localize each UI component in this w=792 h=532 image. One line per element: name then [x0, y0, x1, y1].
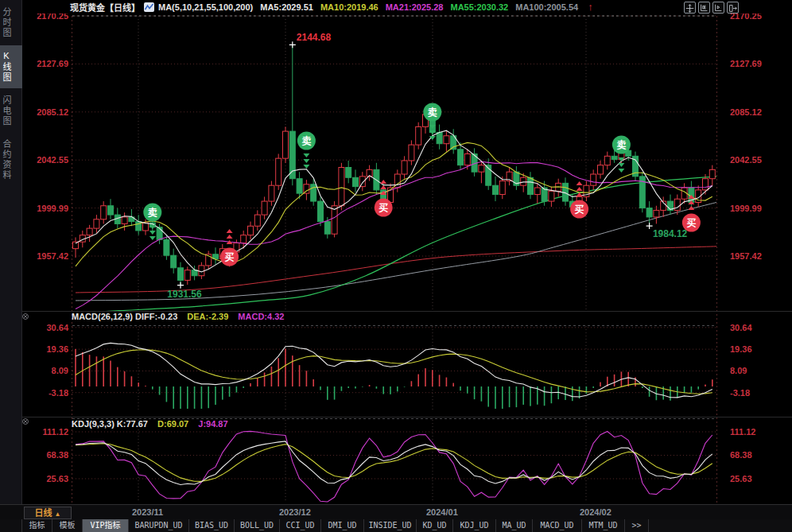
sidebar-tab-3[interactable]: 合约资料 — [0, 134, 22, 186]
svg-text:1957.42: 1957.42 — [37, 251, 68, 261]
svg-text:卖: 卖 — [428, 107, 437, 118]
svg-text:买: 买 — [686, 218, 696, 229]
macd-indicator-header[interactable]: MACD(26,12,9) DIFF:-0.23 DEA:-2.39 MACD:… — [72, 312, 284, 321]
kdj-j-value: J:94.87 — [198, 419, 227, 429]
axis-labels: 2170.252170.252127.692127.692085.122085.… — [37, 11, 762, 483]
chart-type-sidebar: 分时图K线图闪电图合约资料 — [0, 0, 22, 504]
indicator-tab-barupdnud[interactable]: BARUPDN_UD — [129, 519, 189, 532]
indicator-tab-kdud[interactable]: KD_UD — [417, 519, 453, 532]
svg-text:25.63: 25.63 — [730, 474, 752, 483]
svg-text:68.38: 68.38 — [46, 450, 68, 460]
chart-toolbar — [684, 2, 739, 14]
period-arrow-icon: ▲ — [55, 511, 61, 518]
indicator-tab-macdud[interactable]: MACD_UD — [533, 519, 582, 532]
line-chart-icon — [144, 2, 154, 12]
svg-text:25.63: 25.63 — [46, 474, 68, 483]
svg-text:111.12: 111.12 — [730, 427, 755, 437]
ma-legend: MA5:2029.51MA10:2019.46MA21:2025.28MA55:… — [253, 2, 578, 12]
time-axis: 日线 ▲ 2023/112023/122024/012024/02 — [0, 504, 792, 520]
svg-text:买: 买 — [379, 203, 388, 214]
kdj-panel — [76, 431, 712, 502]
indicator-tab-vip[interactable]: VIP指标 — [83, 519, 129, 532]
svg-text:1931.56: 1931.56 — [167, 289, 202, 300]
svg-text:买: 买 — [225, 252, 235, 263]
svg-text:19.36: 19.36 — [730, 344, 752, 354]
svg-text:1999.99: 1999.99 — [37, 204, 68, 213]
svg-text:2042.55: 2042.55 — [37, 155, 68, 165]
svg-text:2085.12: 2085.12 — [37, 107, 68, 117]
indicator-tab-dmiud[interactable]: DMI_UD — [321, 519, 364, 532]
ma-settings-label[interactable]: MA(5,10,21,55,100,200) — [158, 2, 253, 12]
svg-text:30.64: 30.64 — [46, 323, 68, 332]
indicator-tab-[interactable]: 指标 — [22, 519, 52, 532]
detach-window-icon[interactable] — [727, 2, 739, 14]
crosshair-icon[interactable] — [684, 2, 696, 14]
svg-text:2144.68: 2144.68 — [297, 32, 332, 43]
kdj-k-value: KDJ(9,3,3) K:77.67 — [72, 419, 148, 429]
price-panel — [73, 45, 717, 313]
period-selector[interactable]: 日线 ▲ — [24, 507, 72, 519]
time-axis-label: 2023/12 — [279, 507, 311, 517]
macd-diff-value: MACD(26,12,9) DIFF:-0.23 — [72, 312, 177, 321]
sidebar-tab-2[interactable]: 闪电图 — [0, 90, 22, 132]
time-axis-label: 2024/01 — [426, 507, 458, 517]
ma-legend-value: MA10:2019.46 — [320, 2, 379, 12]
indicator-tab-insideud[interactable]: INSIDE_UD — [364, 519, 417, 532]
svg-text:8.09: 8.09 — [52, 366, 68, 375]
svg-text:2127.69: 2127.69 — [37, 59, 68, 68]
svg-text:卖: 卖 — [301, 135, 311, 147]
indicator-tab-kdjud[interactable]: KDJ_UD — [453, 519, 496, 532]
indicator-tab-maud[interactable]: MA_UD — [496, 519, 533, 532]
indicator-axis-icon[interactable] — [712, 2, 724, 14]
panel-collapse-icon[interactable] — [23, 419, 29, 425]
svg-text:卖: 卖 — [148, 207, 157, 219]
macd-dea-value: DEA:-2.39 — [187, 312, 228, 321]
svg-text:2127.69: 2127.69 — [730, 59, 762, 68]
scale-axis-icon[interactable] — [698, 2, 710, 14]
svg-text:30.64: 30.64 — [730, 323, 752, 332]
svg-text:-3.18: -3.18 — [730, 388, 750, 398]
page-title: 现货黄金【日线】 — [70, 1, 140, 14]
tab-spacer — [0, 519, 22, 532]
sidebar-tab-0[interactable]: 分时图 — [0, 2, 22, 44]
svg-text:-3.18: -3.18 — [49, 388, 68, 398]
price-annotations: 2144.681931.561984.12 — [167, 32, 687, 299]
trading-terminal: 2170.252170.252127.692127.692085.122085.… — [0, 0, 792, 532]
period-label: 日线 — [35, 508, 52, 518]
kdj-indicator-header[interactable]: KDJ(9,3,3) K:77.67 D:69.07 J:94.87 — [72, 419, 228, 429]
svg-text:111.12: 111.12 — [43, 427, 68, 437]
svg-text:8.09: 8.09 — [730, 366, 747, 375]
indicator-tab-biasud[interactable]: BIAS_UD — [189, 519, 235, 532]
indicator-tab-[interactable]: >> — [625, 519, 649, 532]
ma-legend-value: MA100:2005.54 — [515, 2, 578, 12]
svg-text:卖: 卖 — [616, 139, 626, 151]
svg-text:2042.55: 2042.55 — [730, 155, 762, 165]
svg-text:2085.12: 2085.12 — [730, 107, 762, 117]
indicator-tab-bollud[interactable]: BOLL_UD — [235, 519, 280, 532]
indicator-tab-mtmud[interactable]: MTM_UD — [582, 519, 625, 532]
time-axis-label: 2024/02 — [580, 507, 611, 517]
svg-text:19.36: 19.36 — [46, 344, 68, 354]
svg-text:买: 买 — [575, 204, 584, 216]
candlestick-chart-canvas[interactable]: 2170.252170.252127.692127.692085.122085.… — [0, 0, 792, 532]
indicator-tab-cciud[interactable]: CCI_UD — [280, 519, 321, 532]
grid — [22, 16, 792, 503]
svg-text:1984.12: 1984.12 — [653, 228, 688, 239]
chart-header: 现货黄金【日线】 MA(5,10,21,55,100,200) MA5:2029… — [22, 0, 792, 14]
kdj-d-value: D:69.07 — [157, 419, 188, 429]
ma-legend-value: MA21:2025.28 — [386, 2, 444, 12]
svg-text:1999.99: 1999.99 — [730, 204, 762, 213]
indicator-tab-[interactable]: 模板 — [52, 519, 83, 532]
time-axis-label: 2023/11 — [132, 507, 163, 517]
ma-legend-value: MA5:2029.51 — [260, 2, 313, 12]
indicator-tab-bar: 指标模板VIP指标BARUPDN_UDBIAS_UDBOLL_UDCCI_UDD… — [0, 519, 792, 532]
macd-value: MACD:4.32 — [238, 312, 284, 321]
price-up-arrow-icon: ↑ — [588, 1, 593, 13]
sidebar-tab-1[interactable]: K线图 — [0, 45, 22, 88]
sell-signal-marker: 卖 — [297, 132, 316, 169]
svg-text:68.38: 68.38 — [730, 450, 752, 460]
ma-legend-value: MA55:2030.32 — [450, 2, 508, 12]
panel-collapse-icon[interactable] — [23, 314, 29, 320]
macd-panel — [75, 343, 712, 409]
svg-text:1957.42: 1957.42 — [730, 251, 762, 261]
